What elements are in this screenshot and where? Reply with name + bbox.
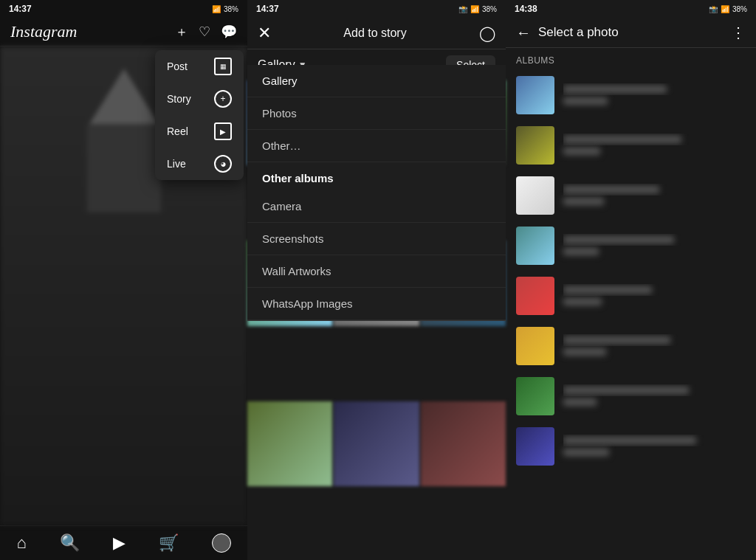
album-name-text-6 — [563, 336, 670, 344]
reel-label: Reel — [167, 125, 188, 137]
grid-cell-7 — [247, 401, 332, 486]
gallery-dd-item-whatsapp[interactable]: WhatsApp Images — [247, 288, 506, 320]
album-count-1 — [563, 97, 746, 107]
album-name-1 — [563, 83, 746, 95]
grid-icon: ▦ — [214, 58, 232, 75]
album-item-7[interactable] — [506, 371, 756, 421]
album-item-2[interactable] — [506, 120, 756, 170]
add-icon[interactable]: ＋ — [175, 23, 188, 41]
post-label: Post — [167, 61, 188, 72]
live-icon: ◕ — [214, 155, 232, 173]
album-name-3 — [563, 184, 746, 196]
gallery-battery-icon: 38% — [482, 5, 497, 13]
album-info-2 — [563, 134, 746, 157]
header-icons: ＋ ♡ 💬 — [175, 23, 237, 41]
album-count-text-8 — [563, 449, 609, 456]
nav-search-icon[interactable]: 🔍 — [60, 533, 80, 553]
gallery-header-title: Add to story — [271, 27, 479, 40]
gallery-dd-item-other[interactable]: Other… — [247, 130, 506, 162]
album-item-8[interactable] — [506, 421, 756, 471]
grid-cell-9 — [421, 401, 506, 486]
album-thumb-4 — [516, 227, 554, 265]
album-name-7 — [563, 384, 746, 396]
album-name-text-8 — [563, 437, 696, 444]
album-count-4 — [563, 247, 746, 257]
create-dropdown: Post ▦ Story + Reel ▶ Live ◕ — [155, 50, 244, 180]
album-item-3[interactable] — [506, 170, 756, 221]
gallery-header: ✕ Add to story ◯ — [247, 18, 506, 49]
gallery-dropdown-menu: Gallery Photos Other… Other albums Camer… — [247, 65, 506, 321]
album-name-8 — [563, 435, 746, 446]
status-time-instagram: 14:37 — [9, 4, 32, 14]
status-bar-gallery: 14:37 📸 📶 38% — [247, 0, 506, 18]
album-item-5[interactable] — [506, 271, 756, 321]
album-name-text-7 — [563, 387, 689, 394]
album-count-text-1 — [563, 97, 608, 105]
dropdown-item-story[interactable]: Story + — [155, 83, 244, 115]
album-item-4[interactable] — [506, 221, 756, 271]
gallery-dd-item-screenshots[interactable]: Screenshots — [247, 223, 506, 255]
nav-reels-icon[interactable]: ▶ — [113, 533, 126, 553]
select-back-button[interactable]: ← — [516, 24, 531, 41]
album-name-5 — [563, 284, 746, 296]
dropdown-item-live[interactable]: Live ◕ — [155, 148, 244, 180]
album-thumb-5 — [516, 277, 554, 315]
status-time-gallery: 14:37 — [256, 4, 279, 14]
battery-icon: 38% — [224, 5, 238, 13]
album-info-3 — [563, 184, 746, 207]
album-thumb-2 — [516, 126, 554, 165]
gallery-dd-item-walli[interactable]: Walli Artworks — [247, 255, 506, 288]
gallery-settings-icon[interactable]: ◯ — [479, 24, 495, 42]
album-count-7 — [563, 398, 746, 408]
album-name-text-5 — [563, 286, 652, 294]
messenger-icon[interactable]: 💬 — [221, 24, 237, 40]
select-wifi-icon: 📶 — [721, 5, 729, 13]
more-options-icon[interactable]: ⋮ — [731, 24, 746, 41]
album-count-8 — [563, 448, 746, 458]
select-camera-indicator: 📸 — [709, 5, 718, 13]
instagram-nav-bar: ⌂ 🔍 ▶ 🛒 — [0, 525, 247, 560]
album-count-6 — [563, 348, 746, 358]
album-info-6 — [563, 334, 746, 358]
nav-home-icon[interactable]: ⌂ — [16, 533, 26, 553]
gallery-dd-item-camera[interactable]: Camera — [247, 190, 506, 223]
gallery-dd-item-gallery[interactable]: Gallery — [247, 65, 506, 97]
instagram-logo: Instagram — [10, 22, 77, 41]
albums-list — [506, 70, 756, 560]
other-albums-header: Other albums — [247, 162, 506, 190]
gallery-close-button[interactable]: ✕ — [258, 24, 271, 43]
album-item-6[interactable] — [506, 321, 756, 371]
wifi-icon: 📶 — [212, 5, 221, 13]
grid-cell-8 — [334, 401, 419, 486]
panel-select-photo: 14:38 📸 📶 38% ← Select a photo ⋮ Albums — [506, 0, 756, 560]
album-count-text-6 — [563, 348, 606, 356]
album-name-4 — [563, 234, 746, 246]
gallery-status-icons: 📸 📶 38% — [458, 5, 497, 13]
album-thumb-1 — [516, 76, 554, 114]
dropdown-item-post[interactable]: Post ▦ — [155, 50, 244, 83]
album-info-7 — [563, 384, 746, 408]
heart-icon[interactable]: ♡ — [199, 24, 210, 40]
dropdown-item-reel[interactable]: Reel ▶ — [155, 115, 244, 148]
album-name-text-4 — [563, 236, 674, 243]
album-name-text-3 — [563, 186, 659, 193]
nav-avatar[interactable] — [212, 533, 231, 553]
album-count-text-5 — [563, 298, 602, 305]
album-item-1[interactable] — [506, 70, 756, 120]
triangle-decoration — [87, 69, 161, 128]
album-name-text-1 — [563, 86, 667, 93]
album-name-6 — [563, 334, 746, 346]
album-thumb-6 — [516, 327, 554, 365]
status-bar-instagram: 14:37 📶 38% — [0, 0, 247, 18]
album-thumb-8 — [516, 427, 554, 466]
gallery-dd-item-photos[interactable]: Photos — [247, 97, 506, 130]
select-battery-icon: 38% — [732, 5, 747, 13]
album-count-3 — [563, 197, 746, 207]
panel-instagram: 14:37 📶 38% Instagram ＋ ♡ 💬 Post ▦ Story… — [0, 0, 247, 560]
nav-shop-icon[interactable]: 🛒 — [159, 533, 179, 553]
album-info-4 — [563, 234, 746, 257]
album-info-8 — [563, 435, 746, 458]
album-name-2 — [563, 134, 746, 145]
album-count-text-3 — [563, 198, 604, 205]
gallery-camera-indicator: 📸 — [458, 5, 467, 13]
